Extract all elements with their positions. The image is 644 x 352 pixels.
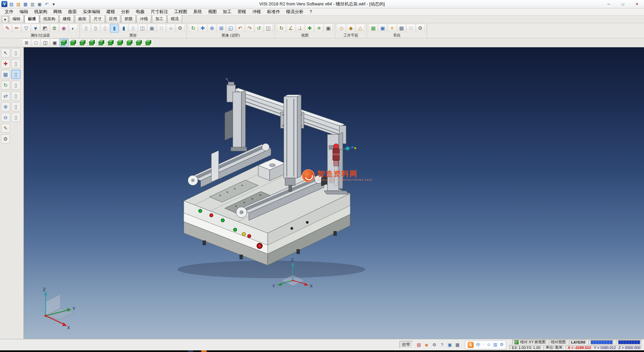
viewport-config-icon[interactable]: ◫ [264,24,273,33]
menu-item-dimensioning[interactable]: 尺寸标注 [148,8,171,15]
memo-tool-icon[interactable]: ▯ [11,113,20,122]
ime-settings-icon[interactable]: ⚙ [500,342,504,348]
zoom-in-icon[interactable]: ⊕ [1,102,10,111]
active-layer-indicator[interactable]: LAYER0 [569,340,588,345]
attribute-brush-icon[interactable]: ✏ [12,24,21,33]
gear-icon[interactable]: ⚙ [431,342,438,348]
selection-mask-icon[interactable]: ◩ [41,24,49,33]
tab-edit[interactable]: 编辑 [9,15,24,23]
track-icon[interactable]: ◆ [423,342,430,348]
menu-item-drafting[interactable]: 工程图 [171,8,190,15]
menu-item-standard-parts[interactable]: 标准件 [264,8,283,15]
color-picker-icon[interactable]: ◉ [59,24,68,33]
snap-point-icon[interactable]: ✚ [1,59,10,68]
point-display-icon[interactable]: ∷ [157,24,166,33]
workplane-xy-icon[interactable]: ◇ [337,24,346,33]
menu-item-die[interactable]: 冲模 [249,8,264,15]
keypad-icon[interactable]: ▦ [454,342,461,348]
screen-capture-icon[interactable]: ▣ [378,24,387,33]
menu-item-electrode[interactable]: 电极 [133,8,148,15]
view-cube-iso-ne-icon[interactable] [125,39,134,47]
new-document-icon[interactable]: ▤ [8,1,14,7]
tab-surface[interactable]: 曲面 [75,15,90,23]
filter-icon[interactable]: ▽ [22,24,31,33]
dynamic-pan-icon[interactable]: ✚ [198,24,207,33]
layer-manager-icon[interactable]: ≣ [50,24,59,33]
units-indicator[interactable]: 单位: 毫米 [543,345,565,350]
ime-emoji-icon[interactable]: ☺ [486,342,491,348]
transparency-icon[interactable]: ▯ [129,24,138,33]
menu-item-edit[interactable]: 编辑 [16,8,31,15]
toolbar-options-arrow[interactable]: ▾ [51,1,57,7]
menu-item-help[interactable]: ? [307,8,315,15]
view-align-icon[interactable]: ∠ [286,24,295,33]
view-rotate-icon[interactable]: ↻ [277,24,286,33]
grid-icon[interactable]: ▦ [397,24,406,33]
rotate-view-icon[interactable]: ↻ [1,81,10,90]
wireframe-display-icon[interactable]: ▯ [82,24,91,33]
undo-icon[interactable]: ↶ [44,1,50,7]
dynamic-rotate-icon[interactable]: ↻ [189,24,198,33]
ime-lang-icon[interactable]: 中 [476,342,480,348]
menu-item-mould[interactable]: 塑模 [234,8,249,15]
menu-item-mesh[interactable]: 网格 [50,8,65,15]
axis-display-icon[interactable]: ✳ [315,24,323,33]
tab-standard[interactable]: 标准 [24,15,39,23]
visi-logo[interactable]: V [1,1,7,7]
zoom-out-icon[interactable]: ⊖ [1,113,10,122]
menu-item-file[interactable]: 文件 [2,8,16,15]
menu-item-surface[interactable]: 曲面 [65,8,80,15]
entity-list-icon[interactable]: ≣ [22,39,31,47]
dashed-hidden-icon[interactable]: ▯ [101,24,109,33]
view-mode-indicator[interactable]: 绝对视图 [549,340,568,345]
menu-item-modeling[interactable]: 建模 [103,8,118,15]
measure-tool-icon[interactable]: ▯ [11,70,20,79]
light-settings-icon[interactable]: ☀ [388,24,396,33]
gauge-tool-icon[interactable]: ▯ [11,102,20,111]
help-icon[interactable]: ? [439,342,445,348]
pan-view-icon[interactable]: ⇄ [1,91,10,100]
view-cube-top-icon[interactable] [69,39,78,47]
single-viewport-icon[interactable]: □ [32,39,40,47]
maximize-button[interactable]: □ [616,0,630,8]
snap-lock-toggle[interactable]: 控牢 [399,341,413,349]
shaded-edges-icon[interactable]: ▮ [119,24,128,33]
taskbar-item[interactable] [201,350,207,352]
workplane-custom-icon[interactable]: △ [356,24,365,33]
print-preview-icon[interactable]: ▣ [37,1,43,7]
clipboard-tool-icon[interactable]: ▯ [11,48,20,57]
snap-settings-icon[interactable]: ▤ [416,342,422,348]
menu-item-machining[interactable]: 加工 [220,8,234,15]
zoom-window-icon[interactable]: ⊞ [217,24,226,33]
tab-die[interactable]: 冲模 [137,15,151,23]
sogou-ime-icon[interactable]: S [468,342,474,348]
curve-display-icon[interactable]: ≈ [166,24,175,33]
dynamic-zoom-icon[interactable]: ⊕ [208,24,216,33]
zoom-extents-icon[interactable]: ◱ [226,24,235,33]
minimize-button[interactable]: ─ [602,0,616,8]
menu-item-analysis[interactable]: 分析 [118,8,133,15]
annotate-icon[interactable]: ✎ [1,124,10,133]
cylinder-tool-icon[interactable]: ▯ [11,59,20,68]
tab-flow[interactable]: 模流 [167,15,182,23]
options-icon[interactable]: ⚙ [1,134,10,143]
previous-view-icon[interactable]: ↶ [236,24,245,33]
view-cube-dimetric-icon[interactable] [144,39,153,47]
hidden-line-icon[interactable]: ▯ [91,24,100,33]
render-settings-icon[interactable]: ⚙ [176,24,184,33]
modify-attributes-icon[interactable]: ✎ [3,24,12,33]
shaded-display-icon[interactable]: ▮ [110,24,119,33]
select-arrow-icon[interactable]: ↖ [1,48,10,57]
print-icon[interactable]: ▥ [30,1,36,7]
snap-grid-icon[interactable]: ∷ [407,24,415,33]
view-normal-icon[interactable]: ⊥ [296,24,305,33]
save-icon[interactable]: ▦ [22,1,29,7]
3d-viewport[interactable]: Z X Y Z Y X 智造资料网 INTELLIGENT MANUFACTUR… [21,47,644,339]
measure-icon[interactable]: ✚ [305,24,314,33]
tab-modeling[interactable]: 建模 [59,15,74,23]
tab-wireframe[interactable]: 线架构 [40,15,59,23]
gantry-left-upright[interactable] [231,90,247,151]
tab-application[interactable]: 应用 [106,15,120,23]
color-table-icon[interactable]: ▦ [369,24,378,33]
view-cube-front-icon[interactable] [78,39,87,47]
